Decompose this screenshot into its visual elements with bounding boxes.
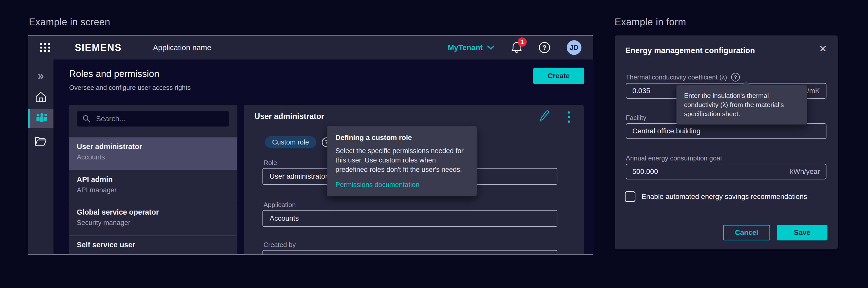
custom-role-badge: Custom role [265, 136, 316, 148]
list-item-subtitle: Accounts [77, 153, 238, 161]
tenant-selector[interactable]: MyTenant [448, 43, 494, 52]
example-in-form-heading: Example in form [615, 17, 686, 28]
sidebar-expand-button[interactable]: » [28, 70, 54, 82]
app-launcher-icon[interactable] [40, 42, 51, 53]
avatar[interactable]: JD [567, 40, 582, 55]
list-item-title: User administrator [77, 142, 238, 151]
close-icon[interactable]: ✕ [819, 44, 827, 53]
thermal-field-value: 0.035 [632, 87, 650, 95]
page: Example in screen Example in form SIEMEN… [0, 0, 868, 288]
search-input[interactable]: Search... [77, 111, 229, 127]
application-name: Application name [153, 43, 211, 52]
thermal-field-label: Thermal conductivity coefficient (λ) ? [626, 73, 740, 81]
facility-field-label: Facility [626, 114, 646, 122]
page-title: Roles and permission [69, 69, 159, 79]
search-icon [82, 115, 90, 123]
energy-form-card: Energy management configuration ✕ Therma… [615, 35, 838, 249]
list-item-api-admin[interactable]: API admin API manager [69, 170, 238, 203]
users-icon [35, 113, 48, 124]
tooltip-body: Select the specific permissions needed f… [336, 146, 468, 174]
app-window: SIEMENS Application name MyTenant [28, 35, 593, 255]
help-button[interactable]: ? [539, 42, 550, 53]
app-body: » [28, 60, 593, 254]
annual-goal-field-label: Annual energy consumption goal [626, 154, 722, 162]
notification-badge: 1 [518, 37, 527, 46]
cancel-button[interactable]: Cancel [723, 225, 770, 241]
create-button[interactable]: Create [533, 68, 584, 84]
detail-title: User administrator [254, 112, 324, 121]
application-field-input[interactable]: Accounts [262, 210, 557, 227]
tenant-name: MyTenant [448, 43, 483, 52]
created-by-field-input[interactable] [262, 250, 557, 255]
app-topbar: SIEMENS Application name MyTenant [28, 36, 593, 60]
sidebar-item-files[interactable] [28, 134, 54, 149]
facility-field-value: Central office building [632, 127, 701, 135]
checkbox[interactable] [625, 191, 636, 202]
kebab-menu-button[interactable] [567, 110, 571, 124]
role-field-label: Role [264, 159, 277, 167]
badge-row: Custom role ? [265, 136, 331, 148]
side-navigation: » [28, 60, 54, 254]
created-by-field-label: Created by [264, 241, 296, 249]
content-area: Roles and permission Oversee and configu… [54, 60, 593, 254]
home-icon [35, 92, 46, 103]
notifications-button[interactable]: 1 [511, 41, 522, 53]
custom-role-tooltip: Defining a custom role Select the specif… [327, 126, 477, 196]
list-item-title: Self service user [77, 241, 238, 249]
double-chevron-right-icon: » [38, 69, 44, 82]
list-item-subtitle: Security manager [77, 219, 238, 227]
roles-list-card: Search... User administrator Accounts AP… [69, 105, 238, 255]
checkbox-label: Enable automated energy savings recommen… [642, 192, 807, 201]
page-subtitle: Oversee and configure user access rights [69, 84, 191, 92]
tooltip-body: Enter the insulation's thermal conductiv… [684, 91, 800, 118]
example-in-screen-heading: Example in screen [29, 17, 110, 28]
list-item-title: Global service operator [77, 208, 238, 216]
siemens-logo: SIEMENS [75, 42, 122, 53]
application-field-label: Application [264, 201, 296, 209]
sidebar-item-home[interactable] [28, 90, 54, 104]
thermal-tooltip: Enter the insulation's thermal conductiv… [677, 85, 807, 124]
permissions-documentation-link[interactable]: Permissions documentation [336, 181, 420, 189]
list-item-subtitle: API manager [77, 186, 238, 194]
topbar-right: MyTenant 1 ? JD [448, 40, 582, 55]
thermal-help-icon[interactable]: ? [731, 73, 740, 81]
folder-icon [35, 137, 47, 146]
chevron-down-icon [487, 45, 494, 50]
list-item-self-service-user[interactable]: Self service user [69, 236, 238, 255]
annual-goal-field-value: 500.000 [632, 168, 658, 176]
pencil-icon [539, 110, 550, 121]
annual-goal-field-label-text: Annual energy consumption goal [626, 154, 722, 162]
thermal-field-label-text: Thermal conductivity coefficient (λ) [626, 73, 727, 81]
edit-button[interactable] [539, 110, 550, 121]
facility-field-input[interactable]: Central office building [626, 123, 827, 139]
form-actions: Cancel Save [723, 225, 828, 241]
role-field-value: User administrator [270, 172, 328, 180]
application-field-value: Accounts [270, 214, 299, 222]
search-placeholder: Search... [96, 115, 125, 123]
sidebar-item-roles-selected[interactable] [28, 109, 54, 128]
list-item-user-administrator[interactable]: User administrator Accounts [69, 137, 238, 170]
list-item-global-service-operator[interactable]: Global service operator Security manager [69, 203, 238, 236]
tooltip-title: Defining a custom role [336, 134, 468, 142]
facility-field-label-text: Facility [626, 114, 646, 122]
enable-recommendations-checkbox-row[interactable]: Enable automated energy savings recommen… [625, 191, 807, 202]
annual-goal-field-unit: kWh/year [790, 168, 820, 176]
roles-list: User administrator Accounts API admin AP… [69, 137, 238, 255]
save-button[interactable]: Save [777, 225, 828, 241]
role-detail-card: User administrator Custom role ? Rol [244, 105, 584, 255]
list-item-title: API admin [77, 175, 238, 184]
annual-goal-field-input[interactable]: 500.000 kWh/year [626, 164, 827, 179]
form-title: Energy management configuration [625, 46, 755, 55]
